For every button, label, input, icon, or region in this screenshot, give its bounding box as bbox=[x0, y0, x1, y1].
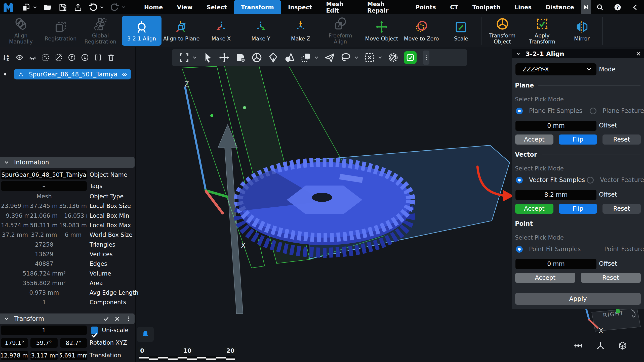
plane-reset-button[interactable]: Reset bbox=[602, 134, 641, 145]
notifications-button[interactable] bbox=[137, 327, 154, 342]
ribbon-tool-freeform-align[interactable]: Freeform Align bbox=[320, 16, 360, 46]
ribbon-tool-move-object[interactable]: Move Object bbox=[362, 16, 401, 46]
ribbon-tool-align-manually[interactable]: Align Manually bbox=[1, 16, 41, 46]
radio-label-vector-feature[interactable]: Vector Feature bbox=[600, 176, 644, 184]
gimbal-tool-button[interactable] bbox=[251, 52, 262, 63]
vector-offset-input[interactable]: 8.2 mm bbox=[515, 190, 596, 200]
plane-offset-input[interactable]: 0 mm bbox=[515, 121, 596, 131]
search-icon[interactable] bbox=[596, 4, 604, 11]
box-select-tool-chevron-icon[interactable] bbox=[378, 55, 382, 60]
box-select-tool-button[interactable] bbox=[364, 52, 375, 63]
lasso-select-tool-chevron-icon[interactable] bbox=[354, 55, 359, 60]
open-folder-icon[interactable] bbox=[44, 3, 52, 12]
ribbon-tool-mirror[interactable]: Mirror bbox=[562, 16, 602, 46]
tab-inspect[interactable]: Inspect bbox=[281, 0, 319, 14]
deselect-all-icon[interactable] bbox=[55, 54, 63, 61]
tab-select[interactable]: Select bbox=[199, 0, 234, 14]
help-icon[interactable]: ? bbox=[614, 4, 621, 11]
rename-icon[interactable] bbox=[94, 54, 102, 61]
chevron-left-icon[interactable] bbox=[631, 4, 639, 11]
apply-button[interactable]: Apply bbox=[515, 293, 641, 305]
radio-label-vector-fit-samples[interactable]: Vector Fit Samples bbox=[529, 176, 585, 184]
select-tool-button[interactable] bbox=[202, 52, 213, 63]
point-accept-button[interactable]: Accept bbox=[515, 273, 575, 283]
rotation-z-input[interactable]: 82.7° bbox=[60, 338, 87, 348]
plane-accept-button[interactable]: Accept bbox=[515, 134, 553, 145]
translation-y-input[interactable]: 23.117 mm bbox=[30, 351, 58, 360]
undo-chevron-icon[interactable] bbox=[100, 5, 104, 9]
vector-flip-button[interactable]: Flip bbox=[559, 204, 597, 214]
ribbon-tool-make-x[interactable]: Make X bbox=[201, 16, 241, 46]
sort-alphabetical-icon[interactable]: AZ bbox=[3, 54, 10, 61]
move-up-icon[interactable] bbox=[68, 54, 76, 61]
fly-mode-tool-button[interactable] bbox=[324, 52, 335, 63]
lasso-select-tool-button[interactable] bbox=[340, 52, 351, 63]
radio-point-fit-samples[interactable] bbox=[516, 246, 523, 253]
panel-header[interactable]: 3-2-1 Align bbox=[512, 49, 644, 58]
radio-label-plane-feature[interactable]: Plane Feature bbox=[603, 107, 644, 114]
show-all-icon[interactable] bbox=[16, 54, 23, 61]
redo-icon[interactable] bbox=[110, 3, 119, 12]
tab-view[interactable]: View bbox=[170, 0, 199, 14]
export-icon[interactable] bbox=[74, 3, 82, 12]
ribbon-tool-make-z[interactable]: Make Z bbox=[281, 16, 320, 46]
ribbon-tool-align-to-plane[interactable]: Align to Plane bbox=[162, 16, 201, 46]
object-name-input[interactable]: SpurGear_06_48_50T_Tamiya bbox=[1, 170, 87, 179]
scale-input[interactable]: 1 bbox=[1, 326, 87, 335]
duplicate-tool-chevron-icon[interactable] bbox=[314, 55, 319, 60]
translation-x-input[interactable]: −12.978 mm bbox=[1, 351, 28, 360]
plane-flip-button[interactable]: Flip bbox=[559, 134, 597, 145]
collapse-ribbon-button[interactable] bbox=[581, 0, 591, 14]
tab-mesh-edit[interactable]: Mesh Edit bbox=[319, 0, 360, 14]
radio-label-plane-fit-samples[interactable]: Plane Fit Samples bbox=[529, 107, 582, 114]
move-down-icon[interactable] bbox=[81, 54, 89, 61]
ribbon-tool-make-y[interactable]: Make Y bbox=[241, 16, 281, 46]
tab-points[interactable]: Points bbox=[408, 0, 443, 14]
vector-accept-button[interactable]: Accept bbox=[515, 204, 553, 214]
primitive-shapes-tool-button[interactable] bbox=[284, 52, 295, 63]
radio-label-point-feature[interactable]: Point Feature bbox=[604, 246, 644, 253]
ribbon-tool-transform-object[interactable]: Transform Object bbox=[482, 16, 522, 46]
radio-plane-feature[interactable] bbox=[590, 108, 596, 114]
tab-toolpath[interactable]: Toolpath bbox=[465, 0, 507, 14]
information-section-header[interactable]: Information bbox=[0, 157, 135, 168]
new-document-icon[interactable] bbox=[22, 3, 30, 12]
move-tool-button[interactable] bbox=[219, 52, 230, 63]
ribbon-tool-move-to-zero[interactable]: Move to Zero bbox=[401, 16, 441, 46]
edit-shape-tool-button[interactable] bbox=[235, 52, 246, 63]
ribbon-tool-registration[interactable]: Registration bbox=[41, 16, 80, 46]
hide-all-icon[interactable] bbox=[29, 54, 36, 61]
new-document-chevron-icon[interactable] bbox=[33, 5, 37, 9]
ribbon-tool-3-2-1-align[interactable]: 3-2-1 Align bbox=[122, 16, 162, 46]
visibility-eye-icon[interactable] bbox=[122, 71, 127, 78]
mode-dropdown[interactable]: ZZZ-YY-X bbox=[515, 63, 596, 75]
rotation-y-input[interactable]: 59.7° bbox=[30, 338, 58, 348]
ribbon-tool-apply-transform[interactable]: Apply Transform bbox=[522, 16, 562, 46]
transform-section-header[interactable]: Transform bbox=[0, 313, 135, 324]
tab-home[interactable]: Home bbox=[137, 0, 170, 14]
tab-mesh-repair[interactable]: Mesh Repair bbox=[360, 0, 409, 14]
radio-label-point-fit-samples[interactable]: Point Fit Samples bbox=[529, 246, 581, 253]
tab-lines[interactable]: Lines bbox=[507, 0, 539, 14]
measure-icon[interactable] bbox=[574, 341, 583, 350]
uni-scale-checkbox[interactable] bbox=[91, 327, 98, 334]
close-icon[interactable] bbox=[636, 51, 641, 56]
navigation-cube[interactable]: RIGHT X bbox=[586, 308, 640, 334]
tab-transform[interactable]: Transform bbox=[234, 0, 281, 14]
radio-vector-fit-samples[interactable] bbox=[516, 177, 523, 184]
more-options-button[interactable] bbox=[423, 51, 429, 65]
tags-input[interactable]: – bbox=[1, 181, 87, 191]
tab-distance[interactable]: Distance bbox=[539, 0, 581, 14]
kebab-menu-icon[interactable] bbox=[126, 316, 131, 322]
radio-vector-feature[interactable] bbox=[587, 177, 594, 184]
vector-reset-button[interactable]: Reset bbox=[602, 204, 641, 214]
axes-icon[interactable] bbox=[596, 341, 605, 350]
fit-view-button[interactable] bbox=[179, 52, 190, 63]
fit-view-chevron-icon[interactable] bbox=[192, 55, 197, 60]
redo-chevron-icon[interactable] bbox=[122, 5, 126, 9]
undo-icon[interactable] bbox=[89, 3, 97, 12]
scale-3d-tool-button[interactable] bbox=[268, 52, 279, 63]
point-offset-input[interactable]: 0 mm bbox=[515, 259, 596, 269]
select-all-icon[interactable] bbox=[42, 54, 50, 61]
ribbon-tool-global-registration[interactable]: Global Registration bbox=[80, 16, 120, 46]
